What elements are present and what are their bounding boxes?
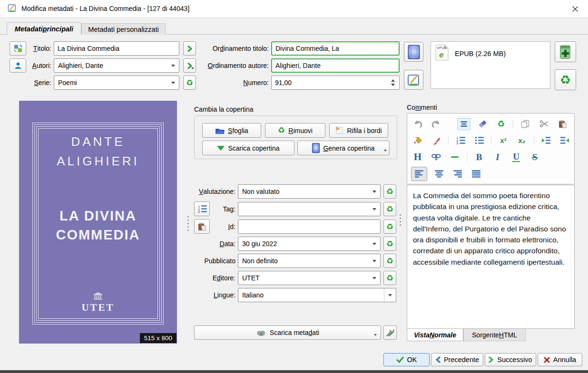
series-number-label: Numero: [228,76,269,90]
authors-combo[interactable]: Alighieri, Dante [54,58,179,73]
swap-title-author-button[interactable] [10,41,26,56]
clear-comments-button[interactable]: ♻ [494,117,508,131]
download-metadata-button[interactable]: Scarica metadati [194,325,381,340]
generate-cover-button[interactable]: Genera copertina [297,141,390,155]
tab-html-source[interactable]: Sorgente HTML [463,329,526,341]
undo-button[interactable] [411,117,424,131]
chevron-down-icon [171,65,175,69]
copy-icon [521,120,529,128]
edit-metadata-button[interactable] [404,70,423,90]
foreground-color-button[interactable] [430,134,443,147]
cover-preview-button[interactable] [404,42,423,62]
configure-metadata-download-button[interactable] [383,325,397,340]
clear-series-button[interactable]: ♻ [183,76,196,90]
next-button[interactable]: Successivo [485,353,536,366]
svg-text:e: e [439,50,443,59]
italic-button[interactable]: I [491,151,504,164]
horizontal-rule-button[interactable] [448,151,461,164]
superscript-button[interactable]: x² [497,134,510,147]
tab-custom-metadata[interactable]: Metadati personalizzati [81,23,166,35]
numbered-list-icon: 123 [197,205,207,213]
published-combo[interactable]: Non definito [238,254,381,268]
bullet-list-icon [474,136,484,144]
app-edit-metadata-icon [8,3,17,14]
strikethrough-button[interactable]: S [528,151,541,164]
manage-authors-button[interactable] [10,58,26,73]
clear-ids-button[interactable]: ♻ [383,220,396,234]
align-left-button[interactable] [411,167,427,181]
cancel-button[interactable]: Annulla [538,353,582,366]
tags-combo[interactable] [238,202,381,216]
date-label: Data: [197,237,235,251]
redo-button[interactable] [430,117,443,131]
splitter-handle-right[interactable] [400,214,401,226]
clear-tags-button[interactable]: ♻ [383,202,396,216]
trim-cover-button[interactable]: Rifila i bordi [329,123,388,138]
languages-combo[interactable]: Italiano [238,288,396,302]
date-combo[interactable]: 30 giu 2022 [238,237,381,251]
cover-author-text: DANTE ALIGHIERI [19,132,177,171]
auto-author-sort-button[interactable] [183,58,196,73]
unordered-list-button[interactable] [472,134,486,147]
cut-button[interactable] [537,117,550,131]
clear-published-button[interactable]: ♻ [383,254,396,268]
bold-button[interactable]: B [472,151,486,164]
close-icon [572,6,578,12]
background-color-button[interactable] [411,134,424,147]
author-sort-input[interactable] [271,58,400,73]
series-combo[interactable]: Poemi [54,76,179,90]
authors-label: Autori: [27,58,51,73]
tools-icon [385,328,395,337]
close-button[interactable] [569,3,581,15]
rating-combo[interactable]: Non valutato [238,184,381,199]
ordered-list-button[interactable]: 123 [454,134,467,147]
auto-title-sort-button[interactable] [183,41,196,56]
previous-button[interactable]: Precedente [431,353,483,366]
tab-main-metadata[interactable]: Metadati principali [7,22,81,35]
splitter-handle-left[interactable] [187,216,189,231]
indent-button[interactable] [539,134,553,147]
title-sort-input[interactable] [271,41,400,56]
align-center-button[interactable] [432,167,446,181]
clear-publisher-button[interactable]: ♻ [383,271,396,285]
download-cover-button[interactable]: Scarica copertina [202,141,294,155]
clear-date-button[interactable]: ♻ [383,237,396,251]
insert-link-button[interactable] [430,151,443,164]
ok-button[interactable]: OK [383,353,430,366]
window-title: Modifica metadati - La Divina Commedia -… [21,5,189,12]
book-cover-icon [408,45,420,59]
series-number-input[interactable] [271,76,400,90]
clear-formatting-button[interactable] [476,117,489,131]
underline-button[interactable]: U [510,151,523,164]
recycle-icon: ♻ [386,257,393,265]
title-input[interactable] [54,41,179,56]
remove-format-button[interactable]: ♻ [555,69,576,90]
paste-identifier-button[interactable] [194,219,210,234]
add-format-button[interactable] [555,41,576,62]
tab-normal-view[interactable]: Vista Normale [407,329,463,341]
heading-style-button[interactable]: H [411,151,424,164]
comments-editor[interactable]: La Commedia del sommo poeta fiorentino p… [407,185,575,329]
paste-button[interactable] [556,117,569,131]
subscript-button[interactable]: x₂ [515,134,529,147]
cover-title-text: LA DIVINA COMMEDIA [19,206,177,244]
browse-cover-button[interactable]: Sfoglia [202,123,261,138]
publisher-combo[interactable]: UTET [238,271,381,285]
remove-cover-button[interactable]: ♻ Rimuovi [265,123,325,138]
tag-editor-button[interactable]: 123 [194,201,210,216]
select-all-button[interactable] [457,118,470,130]
series-label: Serie: [27,76,51,90]
cover-image[interactable]: DANTE ALIGHIERI LA DIVINA COMMEDIA UTET … [19,101,177,344]
clear-rating-button[interactable]: ♻ [383,184,396,199]
ids-input[interactable] [238,220,381,234]
outdent-button[interactable] [558,134,571,147]
copy-button[interactable] [519,117,532,131]
format-entry-epub[interactable]: ePUBe EPUB (2.26 MB) [431,42,550,65]
swap-icon [13,44,23,53]
align-right-button[interactable] [451,167,464,181]
recycle-icon: ♻ [386,188,393,196]
align-justify-button[interactable] [470,167,483,181]
spin-up-button[interactable] [391,77,395,82]
spin-down-button[interactable] [391,84,395,88]
chevron-down-icon [384,150,387,153]
